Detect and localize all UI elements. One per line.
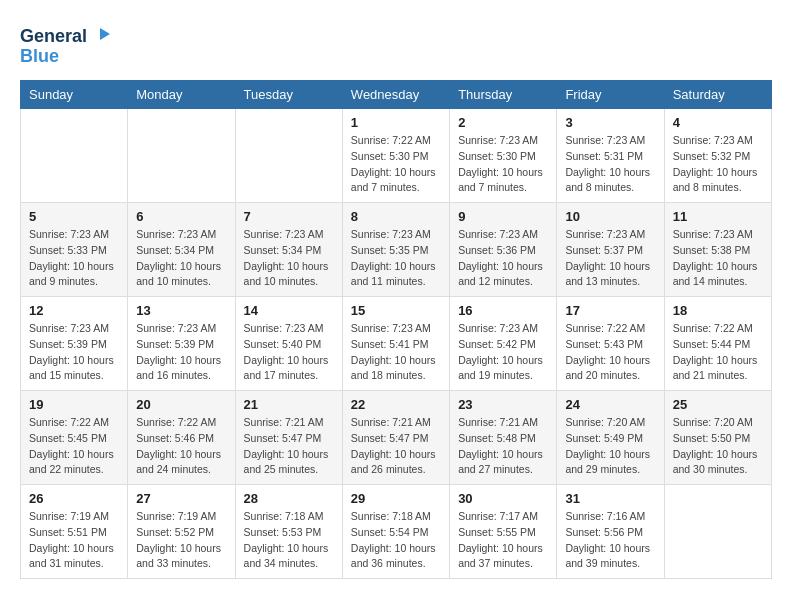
day-cell: 19Sunrise: 7:22 AM Sunset: 5:45 PM Dayli…	[21, 391, 128, 485]
calendar-body: 1Sunrise: 7:22 AM Sunset: 5:30 PM Daylig…	[21, 109, 772, 579]
day-cell: 18Sunrise: 7:22 AM Sunset: 5:44 PM Dayli…	[664, 297, 771, 391]
day-cell: 31Sunrise: 7:16 AM Sunset: 5:56 PM Dayli…	[557, 485, 664, 579]
calendar-header: SundayMondayTuesdayWednesdayThursdayFrid…	[21, 81, 772, 109]
day-info: Sunrise: 7:22 AM Sunset: 5:46 PM Dayligh…	[136, 415, 226, 478]
day-number: 7	[244, 209, 334, 224]
day-cell: 16Sunrise: 7:23 AM Sunset: 5:42 PM Dayli…	[450, 297, 557, 391]
day-info: Sunrise: 7:23 AM Sunset: 5:36 PM Dayligh…	[458, 227, 548, 290]
day-number: 23	[458, 397, 548, 412]
day-cell: 20Sunrise: 7:22 AM Sunset: 5:46 PM Dayli…	[128, 391, 235, 485]
day-number: 17	[565, 303, 655, 318]
day-number: 27	[136, 491, 226, 506]
day-number: 15	[351, 303, 441, 318]
day-number: 3	[565, 115, 655, 130]
calendar-table: SundayMondayTuesdayWednesdayThursdayFrid…	[20, 80, 772, 579]
day-header-saturday: Saturday	[664, 81, 771, 109]
day-cell: 24Sunrise: 7:20 AM Sunset: 5:49 PM Dayli…	[557, 391, 664, 485]
day-info: Sunrise: 7:23 AM Sunset: 5:33 PM Dayligh…	[29, 227, 119, 290]
day-cell: 5Sunrise: 7:23 AM Sunset: 5:33 PM Daylig…	[21, 203, 128, 297]
day-cell: 26Sunrise: 7:19 AM Sunset: 5:51 PM Dayli…	[21, 485, 128, 579]
day-cell	[21, 109, 128, 203]
day-cell: 22Sunrise: 7:21 AM Sunset: 5:47 PM Dayli…	[342, 391, 449, 485]
day-cell	[128, 109, 235, 203]
day-number: 11	[673, 209, 763, 224]
day-cell: 14Sunrise: 7:23 AM Sunset: 5:40 PM Dayli…	[235, 297, 342, 391]
week-row-3: 12Sunrise: 7:23 AM Sunset: 5:39 PM Dayli…	[21, 297, 772, 391]
week-row-2: 5Sunrise: 7:23 AM Sunset: 5:33 PM Daylig…	[21, 203, 772, 297]
day-cell: 11Sunrise: 7:23 AM Sunset: 5:38 PM Dayli…	[664, 203, 771, 297]
day-header-wednesday: Wednesday	[342, 81, 449, 109]
day-info: Sunrise: 7:16 AM Sunset: 5:56 PM Dayligh…	[565, 509, 655, 572]
day-number: 18	[673, 303, 763, 318]
day-number: 12	[29, 303, 119, 318]
day-header-monday: Monday	[128, 81, 235, 109]
day-number: 20	[136, 397, 226, 412]
day-info: Sunrise: 7:21 AM Sunset: 5:47 PM Dayligh…	[244, 415, 334, 478]
day-info: Sunrise: 7:23 AM Sunset: 5:32 PM Dayligh…	[673, 133, 763, 196]
day-info: Sunrise: 7:23 AM Sunset: 5:37 PM Dayligh…	[565, 227, 655, 290]
day-info: Sunrise: 7:22 AM Sunset: 5:43 PM Dayligh…	[565, 321, 655, 384]
day-cell: 25Sunrise: 7:20 AM Sunset: 5:50 PM Dayli…	[664, 391, 771, 485]
day-info: Sunrise: 7:23 AM Sunset: 5:41 PM Dayligh…	[351, 321, 441, 384]
day-number: 19	[29, 397, 119, 412]
day-info: Sunrise: 7:23 AM Sunset: 5:40 PM Dayligh…	[244, 321, 334, 384]
day-info: Sunrise: 7:17 AM Sunset: 5:55 PM Dayligh…	[458, 509, 548, 572]
day-cell: 6Sunrise: 7:23 AM Sunset: 5:34 PM Daylig…	[128, 203, 235, 297]
day-cell: 27Sunrise: 7:19 AM Sunset: 5:52 PM Dayli…	[128, 485, 235, 579]
day-cell: 29Sunrise: 7:18 AM Sunset: 5:54 PM Dayli…	[342, 485, 449, 579]
logo: General Blue	[20, 20, 110, 70]
day-number: 14	[244, 303, 334, 318]
day-cell: 17Sunrise: 7:22 AM Sunset: 5:43 PM Dayli…	[557, 297, 664, 391]
day-header-sunday: Sunday	[21, 81, 128, 109]
day-cell: 10Sunrise: 7:23 AM Sunset: 5:37 PM Dayli…	[557, 203, 664, 297]
day-info: Sunrise: 7:23 AM Sunset: 5:30 PM Dayligh…	[458, 133, 548, 196]
day-number: 1	[351, 115, 441, 130]
day-cell	[664, 485, 771, 579]
day-info: Sunrise: 7:20 AM Sunset: 5:49 PM Dayligh…	[565, 415, 655, 478]
day-number: 10	[565, 209, 655, 224]
day-info: Sunrise: 7:18 AM Sunset: 5:53 PM Dayligh…	[244, 509, 334, 572]
day-cell: 23Sunrise: 7:21 AM Sunset: 5:48 PM Dayli…	[450, 391, 557, 485]
day-number: 29	[351, 491, 441, 506]
day-cell: 9Sunrise: 7:23 AM Sunset: 5:36 PM Daylig…	[450, 203, 557, 297]
day-cell	[235, 109, 342, 203]
day-cell: 30Sunrise: 7:17 AM Sunset: 5:55 PM Dayli…	[450, 485, 557, 579]
day-number: 5	[29, 209, 119, 224]
day-cell: 15Sunrise: 7:23 AM Sunset: 5:41 PM Dayli…	[342, 297, 449, 391]
page-header: General Blue	[20, 20, 772, 70]
day-info: Sunrise: 7:21 AM Sunset: 5:48 PM Dayligh…	[458, 415, 548, 478]
day-number: 9	[458, 209, 548, 224]
day-number: 25	[673, 397, 763, 412]
day-info: Sunrise: 7:23 AM Sunset: 5:38 PM Dayligh…	[673, 227, 763, 290]
day-info: Sunrise: 7:23 AM Sunset: 5:39 PM Dayligh…	[29, 321, 119, 384]
svg-marker-1	[100, 28, 110, 40]
day-number: 16	[458, 303, 548, 318]
day-cell: 3Sunrise: 7:23 AM Sunset: 5:31 PM Daylig…	[557, 109, 664, 203]
day-number: 6	[136, 209, 226, 224]
day-number: 21	[244, 397, 334, 412]
svg-text:Blue: Blue	[20, 46, 59, 66]
day-info: Sunrise: 7:20 AM Sunset: 5:50 PM Dayligh…	[673, 415, 763, 478]
week-row-4: 19Sunrise: 7:22 AM Sunset: 5:45 PM Dayli…	[21, 391, 772, 485]
day-cell: 1Sunrise: 7:22 AM Sunset: 5:30 PM Daylig…	[342, 109, 449, 203]
day-cell: 28Sunrise: 7:18 AM Sunset: 5:53 PM Dayli…	[235, 485, 342, 579]
day-number: 22	[351, 397, 441, 412]
day-number: 2	[458, 115, 548, 130]
svg-text:General: General	[20, 26, 87, 46]
day-info: Sunrise: 7:23 AM Sunset: 5:35 PM Dayligh…	[351, 227, 441, 290]
day-number: 4	[673, 115, 763, 130]
day-cell: 13Sunrise: 7:23 AM Sunset: 5:39 PM Dayli…	[128, 297, 235, 391]
day-number: 24	[565, 397, 655, 412]
day-info: Sunrise: 7:23 AM Sunset: 5:31 PM Dayligh…	[565, 133, 655, 196]
day-info: Sunrise: 7:18 AM Sunset: 5:54 PM Dayligh…	[351, 509, 441, 572]
logo-svg: General Blue	[20, 20, 110, 70]
day-header-thursday: Thursday	[450, 81, 557, 109]
week-row-1: 1Sunrise: 7:22 AM Sunset: 5:30 PM Daylig…	[21, 109, 772, 203]
day-cell: 8Sunrise: 7:23 AM Sunset: 5:35 PM Daylig…	[342, 203, 449, 297]
day-number: 30	[458, 491, 548, 506]
day-cell: 12Sunrise: 7:23 AM Sunset: 5:39 PM Dayli…	[21, 297, 128, 391]
day-info: Sunrise: 7:23 AM Sunset: 5:34 PM Dayligh…	[136, 227, 226, 290]
day-cell: 4Sunrise: 7:23 AM Sunset: 5:32 PM Daylig…	[664, 109, 771, 203]
day-info: Sunrise: 7:22 AM Sunset: 5:30 PM Dayligh…	[351, 133, 441, 196]
day-number: 26	[29, 491, 119, 506]
